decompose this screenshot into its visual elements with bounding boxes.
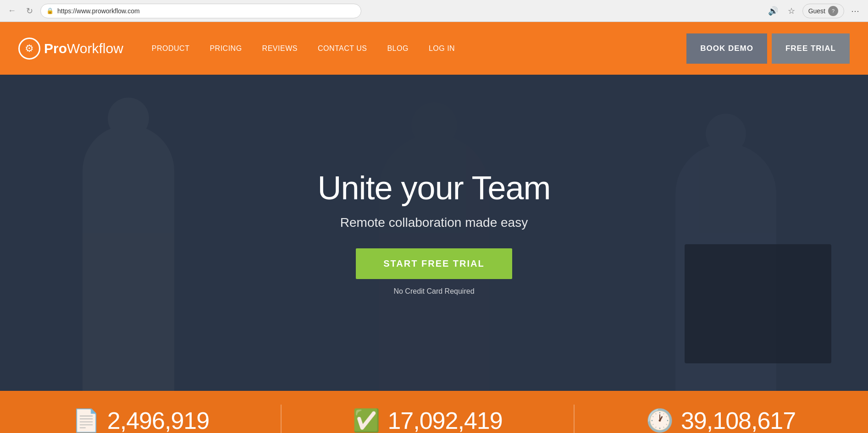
navigation-bar: ⚙ ProWorkflow PRODUCT PRICING REVIEWS CO… <box>0 22 868 75</box>
stat-documents-value: 2,496,919 <box>107 407 209 433</box>
free-trial-button[interactable]: FREE TRIAL <box>772 33 850 64</box>
url-text: https://www.proworkflow.com <box>57 7 140 15</box>
logo-icon: ⚙ <box>18 38 40 60</box>
browser-chrome: ← ↻ 🔒 https://www.proworkflow.com 🔊 ☆ Gu… <box>0 0 868 22</box>
nav-pricing[interactable]: PRICING <box>199 44 252 53</box>
nav-blog[interactable]: BLOG <box>377 44 418 53</box>
book-demo-button[interactable]: BOOK DEMO <box>686 33 767 64</box>
stat-tasks-value: 17,092,419 <box>387 407 502 433</box>
stat-hours: 🕐 39,108,617 <box>646 407 796 433</box>
back-button[interactable]: ← <box>6 5 18 17</box>
nav-buttons: BOOK DEMO FREE TRIAL <box>686 33 850 64</box>
start-free-trial-button[interactable]: START FREE TRIAL <box>356 248 512 279</box>
hero-subtitle: Remote collaboration made easy <box>318 215 551 230</box>
hero-title: Unite your Team <box>318 170 551 206</box>
tasks-icon: ✅ <box>353 408 380 433</box>
nav-log-in[interactable]: LOG IN <box>419 44 465 53</box>
lock-icon: 🔒 <box>46 7 54 14</box>
screen-prop <box>685 244 831 363</box>
clock-icon: 🕐 <box>646 408 674 433</box>
stat-tasks: ✅ 17,092,419 <box>353 407 502 433</box>
favorites-button[interactable]: ☆ <box>784 4 799 18</box>
more-options-button[interactable]: ⋯ <box>848 4 862 18</box>
refresh-button[interactable]: ↻ <box>23 5 36 17</box>
stat-divider-1 <box>281 405 282 433</box>
figure-left <box>83 125 174 391</box>
read-aloud-button[interactable]: 🔊 <box>766 4 780 18</box>
browser-actions: 🔊 ☆ Guest ? ⋯ <box>766 4 862 18</box>
logo-link[interactable]: ⚙ ProWorkflow <box>18 38 123 60</box>
guest-label: Guest <box>808 7 825 15</box>
guest-avatar: ? <box>828 6 838 16</box>
stat-hours-value: 39,108,617 <box>681 407 796 433</box>
nav-links: PRODUCT PRICING REVIEWS CONTACT US BLOG … <box>142 44 686 53</box>
nav-contact-us[interactable]: CONTACT US <box>308 44 377 53</box>
nav-product[interactable]: PRODUCT <box>142 44 200 53</box>
stats-bar: 📄 2,496,919 ✅ 17,092,419 🕐 39,108,617 <box>0 391 868 433</box>
address-bar[interactable]: 🔒 https://www.proworkflow.com <box>40 4 361 18</box>
logo-text: ProWorkflow <box>44 41 123 56</box>
nav-reviews[interactable]: REVIEWS <box>252 44 308 53</box>
hero-content: Unite your Team Remote collaboration mad… <box>318 170 551 296</box>
stat-documents: 📄 2,496,919 <box>72 407 209 433</box>
stat-divider-2 <box>574 405 575 433</box>
no-credit-card-text: No Credit Card Required <box>318 287 551 296</box>
documents-icon: 📄 <box>72 408 100 433</box>
guest-profile-button[interactable]: Guest ? <box>802 4 844 18</box>
hero-section: Unite your Team Remote collaboration mad… <box>0 75 868 391</box>
